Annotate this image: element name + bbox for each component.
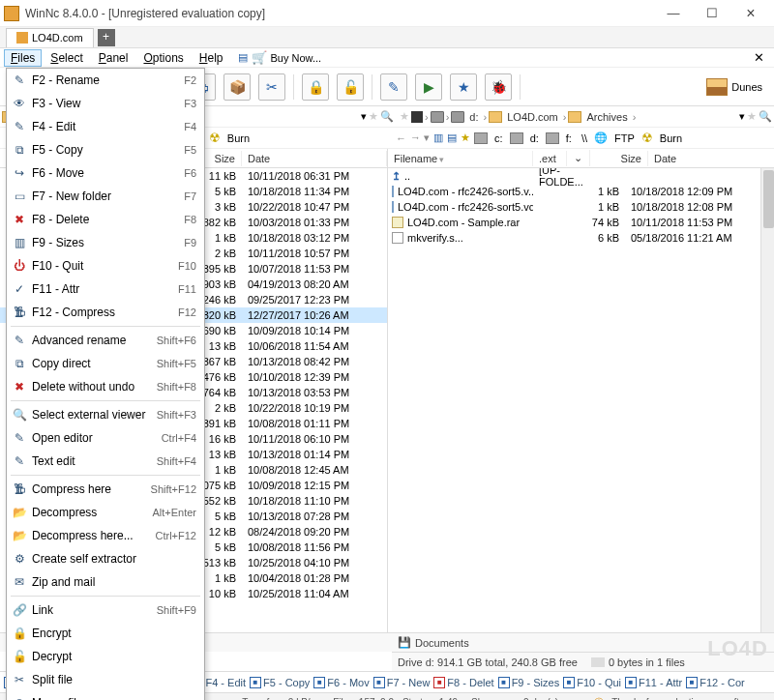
menu-item[interactable]: 📂Decompress here...Ctrl+F12: [7, 524, 204, 547]
fkey-f12[interactable]: ■F12 - Cor: [686, 677, 744, 688]
menu-item[interactable]: 🗜Compress hereShift+F12: [7, 478, 204, 501]
drive-burn[interactable]: Burn: [224, 132, 253, 144]
tool-icon[interactable]: ▥: [433, 131, 443, 144]
menu-options[interactable]: Options: [136, 49, 190, 67]
fkey-f5[interactable]: ■F5 - Copy: [250, 677, 310, 688]
menu-item[interactable]: 🔒Encrypt: [7, 622, 204, 645]
menu-item[interactable]: 👁F3 - ViewF3: [7, 92, 204, 115]
col-filename[interactable]: Filename▾: [388, 151, 533, 166]
buy-now-link[interactable]: Buy Now...: [271, 52, 322, 64]
menu-item[interactable]: 🔗LinkShift+F9: [7, 598, 204, 622]
breadcrumb-archives[interactable]: Archives: [583, 111, 630, 123]
cart-icon[interactable]: 🛒: [252, 50, 267, 65]
menu-item[interactable]: ✎F2 - RenameF2: [7, 69, 204, 92]
fkey-f10[interactable]: ■F10 - Qui: [563, 677, 621, 688]
col-date[interactable]: Date: [648, 151, 774, 166]
search-icon[interactable]: 🔍: [759, 110, 772, 123]
drive-d[interactable]: d:: [527, 132, 542, 144]
drive-icon[interactable]: [546, 132, 559, 144]
menu-item[interactable]: ▥F9 - SizesF9: [7, 231, 204, 254]
add-tab-button[interactable]: +: [98, 29, 115, 46]
burn-icon[interactable]: ☢: [209, 131, 221, 145]
star-icon[interactable]: ★: [450, 73, 477, 101]
star-icon[interactable]: ★: [369, 110, 378, 123]
menu-item[interactable]: ⏻F10 - QuitF10: [7, 254, 204, 277]
burn-icon[interactable]: ☢: [641, 131, 653, 145]
menu-item[interactable]: ✖F8 - DeleteF8: [7, 208, 204, 231]
menu-item[interactable]: ✂Split file: [7, 668, 204, 691]
extra-icon[interactable]: ▤: [238, 51, 248, 64]
close-button[interactable]: ×: [731, 2, 770, 25]
table-row[interactable]: ↥..[UP-FOLDE...: [388, 168, 760, 184]
menu-files[interactable]: Files: [4, 49, 42, 67]
drive-f[interactable]: f:: [563, 132, 575, 144]
menu-item[interactable]: 🔓Decrypt: [7, 645, 204, 668]
tool-icon[interactable]: ▤: [447, 131, 457, 144]
menubar-close-button[interactable]: ✕: [748, 50, 770, 65]
play-icon[interactable]: ▶: [415, 73, 442, 101]
lock-icon[interactable]: 🔒: [302, 73, 329, 101]
bug-icon[interactable]: 🐞: [485, 73, 512, 101]
drive-net[interactable]: \\: [579, 132, 590, 144]
minimize-button[interactable]: —: [654, 2, 693, 25]
menu-item[interactable]: ✎Text editShift+F4: [7, 450, 204, 473]
star-icon[interactable]: ★: [461, 131, 470, 144]
tab-main[interactable]: LO4D.com: [6, 28, 94, 47]
menu-item[interactable]: ↪F6 - MoveF6: [7, 161, 204, 185]
drive-icon[interactable]: [510, 132, 523, 144]
menu-item[interactable]: 🔍Select external viewerShift+F3: [7, 403, 204, 426]
menu-select[interactable]: Select: [44, 49, 89, 67]
menu-item[interactable]: ✎Advanced renameShift+F6: [7, 329, 204, 352]
files-menu-dropdown[interactable]: ✎F2 - RenameF2👁F3 - ViewF3✎F4 - EditF4⧉F…: [6, 68, 205, 700]
dunes-theme[interactable]: Dunes: [706, 78, 768, 96]
extract-icon[interactable]: 📦: [223, 73, 251, 101]
drive-icon[interactable]: [474, 132, 488, 144]
split-icon[interactable]: ✂: [258, 73, 285, 101]
ftp-icon[interactable]: 🌐: [594, 131, 608, 144]
fkey-f11[interactable]: ■F11 - Attr: [625, 677, 682, 688]
col-size[interactable]: Size: [590, 151, 648, 166]
menu-item[interactable]: ✖Delete without undoShift+F8: [7, 375, 204, 398]
search-icon[interactable]: 🔍: [380, 110, 394, 123]
table-row[interactable]: LO4D.com - rfc2426-sort5.vcr1 kB10/18/20…: [388, 199, 760, 215]
menu-help[interactable]: Help: [193, 49, 230, 67]
dropdown-icon[interactable]: ▾: [361, 110, 367, 123]
unlock-icon[interactable]: 🔓: [337, 73, 364, 101]
scrollbar[interactable]: [760, 168, 774, 632]
table-row[interactable]: LO4D.com - Sample.rar74 kB10/11/2018 11:…: [388, 215, 760, 230]
menu-panel[interactable]: Panel: [92, 49, 135, 67]
edit-icon[interactable]: ✎: [380, 73, 407, 101]
drive-ftp[interactable]: FTP: [611, 132, 638, 144]
forward-icon[interactable]: → ▾: [410, 131, 430, 144]
menu-item[interactable]: ✎F4 - EditF4: [7, 115, 204, 138]
maximize-button[interactable]: ☐: [693, 2, 731, 25]
table-row[interactable]: LO4D.com - rfc2426-sort5.v...1 kB10/18/2…: [388, 184, 760, 199]
back-icon[interactable]: ←: [396, 132, 406, 144]
fkey-f6[interactable]: ■F6 - Mov: [313, 677, 369, 688]
col-extra[interactable]: ⌄: [567, 150, 590, 166]
menu-item[interactable]: ✓F11 - AttrF11: [7, 277, 204, 301]
fkey-f9[interactable]: ■F9 - Sizes: [498, 677, 560, 688]
menu-item[interactable]: ⧉Copy directShift+F5: [7, 352, 204, 375]
fkey-f8[interactable]: ■F8 - Delet: [433, 677, 493, 688]
breadcrumb-loc[interactable]: LO4D.com: [504, 111, 561, 123]
menu-item[interactable]: ✎Open editorCtrl+F4: [7, 426, 204, 450]
breadcrumb-d[interactable]: d:: [466, 111, 481, 123]
terminal-icon[interactable]: [411, 111, 423, 123]
col-date[interactable]: Date: [242, 151, 387, 166]
dropdown-icon[interactable]: ▾: [739, 110, 745, 123]
menu-item[interactable]: ⚙Create self extractor: [7, 547, 204, 570]
col-ext[interactable]: .ext: [533, 151, 567, 166]
scrollbar-thumb[interactable]: [763, 170, 774, 228]
right-file-list[interactable]: ↥..[UP-FOLDE...LO4D.com - rfc2426-sort5.…: [388, 168, 760, 632]
menu-item[interactable]: ⧉F5 - CopyF5: [7, 138, 204, 161]
menu-item[interactable]: 🗜F12 - CompressF12: [7, 301, 204, 324]
star-icon[interactable]: ★: [747, 110, 757, 123]
star-icon[interactable]: ★: [400, 110, 409, 123]
drive-burn[interactable]: Burn: [657, 132, 685, 144]
fkey-f7[interactable]: ■F7 - New: [373, 677, 431, 688]
table-row[interactable]: mkverify.s...6 kB05/18/2016 11:21 AM: [388, 230, 760, 246]
drive-c[interactable]: c:: [491, 132, 506, 144]
menu-item[interactable]: ✉Zip and mail: [7, 570, 204, 594]
menu-item[interactable]: ⊕Merge files: [7, 691, 204, 700]
